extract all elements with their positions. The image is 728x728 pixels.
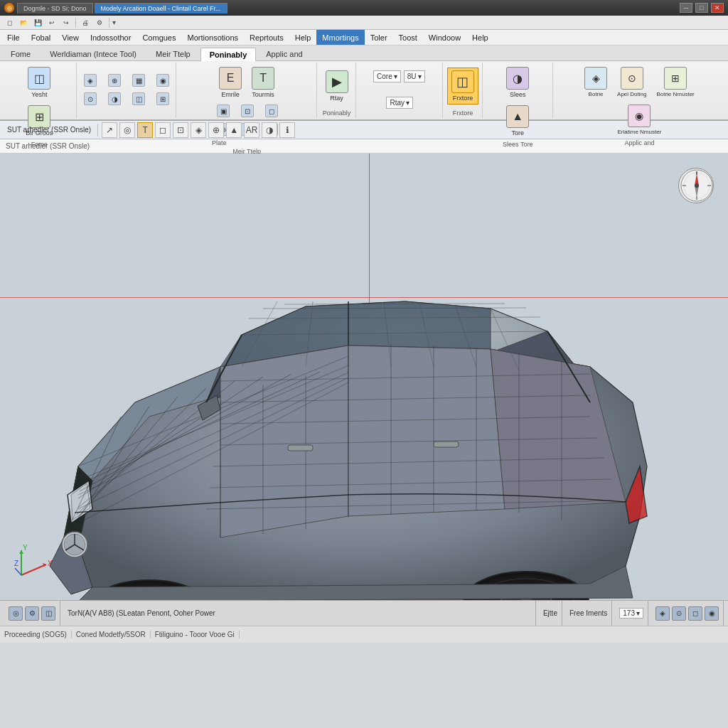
status-icon-r1[interactable]: ◈ [655, 606, 670, 621]
ribbon-btn-botrie1[interactable]: ◈ Botrie [580, 64, 611, 100]
qa-print[interactable]: 🖨 [79, 17, 92, 28]
menu-toost[interactable]: Toost [393, 30, 423, 45]
core-8u-dropdown[interactable]: 8U ▾ [404, 70, 425, 82]
ribbon-btn-misc3[interactable]: ▦ [127, 72, 150, 89]
core-rtay-dropdown[interactable]: Rtay ▾ [386, 97, 413, 109]
menu-reprtouts[interactable]: Reprtouts [244, 30, 289, 45]
ribbon-btn-misc5[interactable]: ⊙ [79, 90, 102, 107]
status-free: Free Iments [565, 601, 612, 626]
status-settings-icon[interactable]: ⚙ [25, 606, 39, 621]
sub-btn-ar[interactable]: AR [244, 122, 259, 138]
ribbon-btn-pl1[interactable]: ▣ [212, 102, 235, 119]
menu-file[interactable]: File [1, 30, 26, 45]
frxtore-buttons: ◫ Frxtore [447, 64, 478, 108]
ribbon-btn-bir[interactable]: ⊞ Bir Groos [21, 102, 57, 139]
applic-buttons: ◈ Botrie ⊙ Apel Doting ⊞ Botrie Nmuster … [558, 64, 721, 138]
sub-btn-7[interactable]: ⊕ [208, 122, 224, 138]
status-icon-r2[interactable]: ⊙ [672, 606, 686, 621]
menu-indossothor[interactable]: Indossothor [85, 30, 136, 45]
menu-mortionsotions[interactable]: Mortionsotions [181, 30, 244, 45]
title-tab-1[interactable]: Dogmle - SD Si; Dono [17, 3, 93, 14]
sub-btn-10[interactable]: ℹ [279, 122, 295, 138]
sub-btn-8[interactable]: ▲ [226, 122, 242, 138]
qa-undo[interactable]: ↩ [46, 17, 58, 28]
menu-windoow[interactable]: Windoow [423, 30, 466, 45]
ribbon-tab-meir[interactable]: Meir Ttelp [146, 47, 200, 60]
ribbon-tab-applic[interactable]: Applic and [257, 47, 311, 60]
svg-point-8 [695, 183, 699, 188]
menu-help1[interactable]: Help [289, 30, 317, 45]
sub-btn-4[interactable]: ◻ [155, 122, 171, 138]
qa-save[interactable]: 💾 [31, 17, 44, 28]
title-tab-active[interactable]: Modely Arcation Doaell - Clintail Carel … [95, 3, 228, 14]
sub-btn-6[interactable]: ◈ [191, 122, 206, 138]
core-chevron-icon: ▾ [394, 73, 397, 80]
status-text: TorN(A(V AB8) (SLeatan Penont, Ooher Pow… [68, 609, 215, 617]
sub-btn-5[interactable]: ⊡ [173, 122, 188, 138]
ribbon-tab-fome[interactable]: Fome [1, 47, 40, 60]
ribbon-btn-emrile[interactable]: E Emrile [215, 64, 246, 101]
core-8u-chevron-icon: ▾ [418, 73, 422, 80]
svg-rect-81 [434, 441, 459, 447]
qa-open[interactable]: 📂 [17, 17, 30, 28]
sub-btn-9[interactable]: ◑ [262, 122, 277, 138]
status-message: TorN(A(V AB8) (SLeatan Penont, Ooher Pow… [63, 601, 536, 626]
ribbon-btn-frxtore[interactable]: ◫ Frxtore [447, 68, 478, 105]
core-8u-label: 8U [407, 73, 417, 80]
title-tabs: Dogmle - SD Si; Dono Modely Arcation Doa… [17, 3, 228, 14]
status-dropdown[interactable]: 173 ▾ [619, 608, 643, 619]
ribbon-group-slees: ◑ Slees ▲ Tore Slees Tore [483, 63, 553, 118]
ribbon-btn-misc2[interactable]: ⊕ [103, 72, 126, 89]
ribbon-btn-misc7[interactable]: ◫ [127, 90, 150, 107]
svg-rect-80 [288, 445, 313, 451]
menu-mmortings[interactable]: Mmortings [316, 30, 364, 45]
maximize-button[interactable]: □ [695, 3, 708, 13]
qa-settings[interactable]: ⚙ [93, 17, 106, 28]
menu-help2[interactable]: Help [466, 30, 494, 45]
status-icons-right: ◈ ⊙ ◻ ◉ [651, 601, 724, 626]
ribbon-btn-tore[interactable]: ▲ Tore [502, 102, 533, 139]
yesht-icon: ◫ [28, 67, 50, 90]
ribbon-btn-yesht[interactable]: ◫ Yesht [23, 64, 55, 101]
menu-comgues[interactable]: Comgues [136, 30, 181, 45]
close-button[interactable]: ✕ [711, 3, 724, 13]
plate-label: Plate [212, 139, 283, 146]
ribbon-tab-poninably[interactable]: Poninably [200, 48, 257, 61]
status-ejtte: Ejtte [543, 609, 557, 617]
workspace[interactable]: X Y Z [0, 154, 728, 600]
slees-icon: ◑ [506, 67, 529, 90]
qa-new[interactable]: ◻ [3, 17, 16, 28]
ribbon-group-misc1: ◈ ⊕ ▦ ◉ ⊙ ◑ ◫ ⊞ [77, 63, 177, 118]
status-logo-icon[interactable]: ◎ [9, 606, 23, 621]
minimize-button[interactable]: ─ [680, 3, 692, 13]
ribbon-btn-tourmis[interactable]: T Tourmis [247, 64, 279, 101]
menu-fobal[interactable]: Fobal [26, 30, 57, 45]
ribbon-btn-pl2[interactable]: ⊡ [236, 102, 259, 119]
erlatime-icon: ◉ [628, 105, 651, 127]
ribbon-btn-misc6[interactable]: ◑ [103, 90, 126, 107]
status-icon-r4[interactable]: ◉ [705, 606, 719, 621]
ribbon-btn-botrie2[interactable]: ⊞ Botrie Nmuster [652, 64, 698, 100]
ribbon-btn-misc1[interactable]: ◈ [79, 72, 102, 89]
sub-btn-1[interactable]: ↗ [102, 122, 117, 138]
status-view-icon[interactable]: ◫ [41, 606, 55, 621]
ribbon-btn-slees[interactable]: ◑ Slees [502, 64, 533, 101]
sub-btn-2[interactable]: ◎ [119, 122, 135, 138]
bottom-section-3: Ftiliguino - Tooor Vooe Gi [155, 631, 240, 638]
ribbon-btn-erlatime[interactable]: ◉ Erlatime Nmuster [614, 102, 666, 138]
sub-btn-3[interactable]: T [137, 122, 153, 138]
ribbon-btn-pl3[interactable]: ◻ [260, 102, 283, 119]
status-icon-r3[interactable]: ◻ [688, 606, 702, 621]
ribbon-btn-misc4[interactable]: ◉ [151, 72, 174, 89]
ribbon-group-fome: ◫ Yesht ⊞ Bir Groos Fome [3, 63, 77, 118]
slees-label: Slees Tore [503, 141, 532, 148]
qa-redo[interactable]: ↪ [60, 17, 73, 28]
menu-view[interactable]: View [56, 30, 85, 45]
core-dropdown[interactable]: Core ▾ [373, 70, 401, 82]
ribbon-btn-apel[interactable]: ⊙ Apel Doting [613, 64, 651, 100]
ribbon-tab-werld[interactable]: Werldiaman (Intece Tool) [41, 47, 146, 60]
ribbon-btn-misc8[interactable]: ⊞ [151, 90, 174, 107]
ribbon-group-emrile: E Emrile T Tourmis ▣ ⊡ ◻ ⊕ △ [177, 63, 316, 118]
menu-toler[interactable]: Toler [365, 30, 393, 45]
ribbon-btn-rtay[interactable]: ▶ Rtay [321, 68, 353, 105]
